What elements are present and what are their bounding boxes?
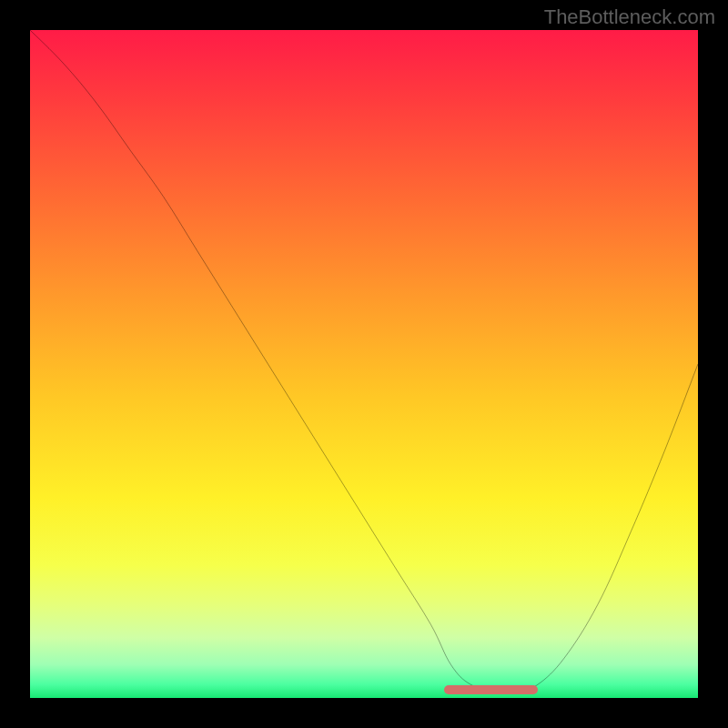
plot-area [30,30,698,698]
chart-frame: TheBottleneck.com [0,0,728,728]
watermark-text: TheBottleneck.com [544,5,715,29]
optimal-marker-band [444,685,538,694]
bottleneck-curve [30,30,698,698]
